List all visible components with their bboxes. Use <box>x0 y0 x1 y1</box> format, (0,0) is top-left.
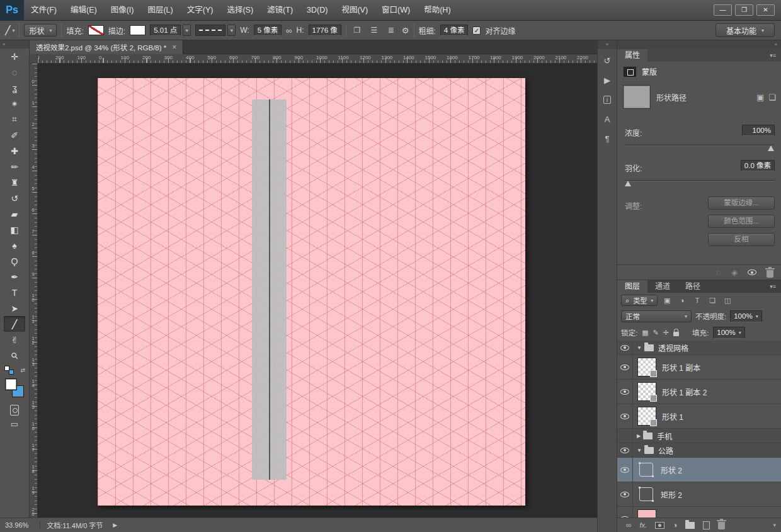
twisty-open-icon[interactable]: ▼ <box>637 345 642 351</box>
stroke-width-field[interactable]: 5.01 点 <box>150 25 181 36</box>
new-group-icon[interactable] <box>685 522 695 529</box>
filter-pixel-layers-icon[interactable]: ▣ <box>661 295 673 306</box>
minimize-button[interactable]: — <box>714 4 732 16</box>
history-panel-icon[interactable]: ↺ <box>599 52 615 69</box>
line-tool[interactable]: ╱ <box>4 316 25 332</box>
blend-mode-select[interactable]: 正常 ▾ <box>621 310 692 322</box>
tab-paths[interactable]: 路径 <box>678 280 708 293</box>
feather-slider[interactable] <box>625 180 775 181</box>
hand-tool[interactable]: ✌ <box>4 332 25 348</box>
layer-row[interactable] <box>617 507 781 518</box>
paragraph-panel-icon[interactable]: ¶ <box>599 130 615 147</box>
brush-tool[interactable]: ✏ <box>4 159 25 174</box>
gear-icon[interactable]: ⚙ <box>402 26 409 35</box>
layer-thumbnail[interactable] <box>637 382 656 401</box>
feather-slider-thumb[interactable] <box>625 181 631 186</box>
delete-mask-icon[interactable] <box>767 270 773 278</box>
dodge-tool[interactable]: Ϙ <box>4 253 25 269</box>
delete-layer-icon[interactable] <box>718 522 725 529</box>
panel-dock-collapse-toggle[interactable]: » <box>617 40 781 49</box>
layer-visibility-toggle[interactable] <box>617 507 633 518</box>
healing-brush-tool[interactable]: ✚ <box>4 143 25 159</box>
workspace-switcher[interactable]: 基本功能 ▾ <box>715 23 775 37</box>
layer-row[interactable]: 形状 1 副本 <box>617 355 781 380</box>
density-slider-thumb[interactable] <box>768 145 774 151</box>
menu-item-1[interactable]: 文件(F) <box>24 0 64 21</box>
marquee-tool[interactable]: ◌ <box>4 64 25 80</box>
link-dimensions-icon[interactable]: ∞ <box>286 26 292 35</box>
status-expand-arrow[interactable]: ▶ <box>109 522 121 528</box>
default-colors-icon[interactable] <box>4 366 14 375</box>
shape-height-field[interactable]: 1776 像 <box>309 25 341 36</box>
weight-field[interactable]: 4 像素 <box>440 25 469 36</box>
stroke-type-preview[interactable] <box>195 25 225 36</box>
lock-position-icon[interactable]: ✛ <box>663 329 669 337</box>
mask-thumbnail[interactable] <box>624 86 650 108</box>
layer-visibility-toggle[interactable] <box>617 429 633 443</box>
link-layers-icon[interactable]: ∞ <box>626 521 632 529</box>
menu-item-11[interactable]: 帮助(H) <box>417 0 457 21</box>
foreground-color-swatch[interactable] <box>5 378 17 390</box>
layer-thumbnail[interactable] <box>639 487 653 501</box>
history-brush-tool[interactable]: ↺ <box>4 190 25 206</box>
tab-close-icon[interactable]: × <box>172 43 176 52</box>
stroke-type-dropdown[interactable]: ▾ <box>227 25 236 36</box>
layer-visibility-toggle[interactable] <box>617 341 633 354</box>
scroll-down-icon[interactable]: ▾ <box>773 522 776 528</box>
layer-group-row[interactable]: ▶手机 <box>617 429 781 443</box>
menu-item-7[interactable]: 滤镜(T) <box>260 0 300 21</box>
layer-thumbnail[interactable] <box>637 509 656 518</box>
filter-adjustment-layers-icon[interactable]: ◑ <box>676 295 688 306</box>
vertical-ruler[interactable]: 01234567891011121314151617181920 <box>30 64 38 518</box>
actions-panel-icon[interactable]: ▶ <box>599 72 615 88</box>
clone-stamp-tool[interactable]: ♜ <box>4 174 25 190</box>
adjustment-layer-icon[interactable]: ◑ <box>673 521 677 529</box>
pixel-mask-icon[interactable]: ▣ <box>756 93 764 102</box>
icon-well-expand-toggle[interactable]: « <box>598 40 617 49</box>
vector-mask-icon[interactable]: ❏ <box>768 93 776 102</box>
pen-tool[interactable]: ✒ <box>4 269 25 285</box>
menu-item-9[interactable]: 视图(V) <box>334 0 375 21</box>
menu-item-4[interactable]: 图层(L) <box>140 0 180 21</box>
align-edges-checkbox[interactable]: ✓ <box>472 26 481 35</box>
add-layer-mask-icon[interactable] <box>655 522 664 529</box>
new-layer-icon[interactable] <box>703 521 710 529</box>
menu-item-6[interactable]: 选择(S) <box>220 0 260 21</box>
menu-item-2[interactable]: 编辑(E) <box>64 0 104 21</box>
fill-color-swatch[interactable] <box>88 25 104 35</box>
lock-pixels-icon[interactable]: ✎ <box>653 329 659 337</box>
menu-item-3[interactable]: 图像(I) <box>104 0 141 21</box>
lock-all-icon[interactable] <box>673 332 679 336</box>
zoom-level-field[interactable]: 33.96% <box>0 521 33 529</box>
road-shape[interactable] <box>252 99 287 480</box>
layer-group-row[interactable]: ▼公路 <box>617 443 781 458</box>
tool-mode-select[interactable]: 形状 ▾ <box>24 24 57 37</box>
mask-edge-button[interactable]: 蒙版边缘... <box>708 196 775 210</box>
lock-transparency-icon[interactable]: ▦ <box>642 329 648 337</box>
feather-field[interactable]: 0.0 像素 <box>741 160 775 171</box>
apply-mask-icon[interactable]: ◈ <box>731 268 738 277</box>
layer-thumbnail[interactable] <box>637 358 656 376</box>
menu-item-5[interactable]: 文字(Y) <box>180 0 220 21</box>
filter-smart-objects-icon[interactable]: ◫ <box>722 295 733 306</box>
density-slider[interactable] <box>625 145 775 146</box>
character-panel-icon[interactable]: A <box>599 111 615 127</box>
density-field[interactable]: 100% <box>742 125 775 136</box>
menu-item-8[interactable]: 3D(D) <box>300 0 334 21</box>
close-button[interactable]: ✕ <box>756 4 775 16</box>
path-operations-button[interactable]: ❐ <box>351 24 363 37</box>
layer-visibility-toggle[interactable] <box>617 458 633 482</box>
tool-preset-picker[interactable]: ╱ ▾ <box>5 25 14 35</box>
layer-visibility-toggle[interactable] <box>617 404 633 428</box>
blur-tool[interactable]: ♠ <box>4 237 25 253</box>
opacity-field[interactable]: 100% ▾ <box>730 310 761 322</box>
eraser-tool[interactable]: ▰ <box>4 206 25 222</box>
path-alignment-button[interactable]: ☰ <box>368 24 380 37</box>
layer-visibility-toggle[interactable] <box>617 380 633 404</box>
layer-row[interactable]: 形状 1 <box>617 404 781 429</box>
layer-style-icon[interactable]: fx. <box>640 521 647 529</box>
type-tool[interactable]: T <box>4 285 25 300</box>
layer-row[interactable]: 矩形 2 <box>617 482 781 507</box>
eyedropper-tool[interactable]: ✐ <box>4 127 25 143</box>
tab-layers[interactable]: 图层 <box>617 280 647 293</box>
